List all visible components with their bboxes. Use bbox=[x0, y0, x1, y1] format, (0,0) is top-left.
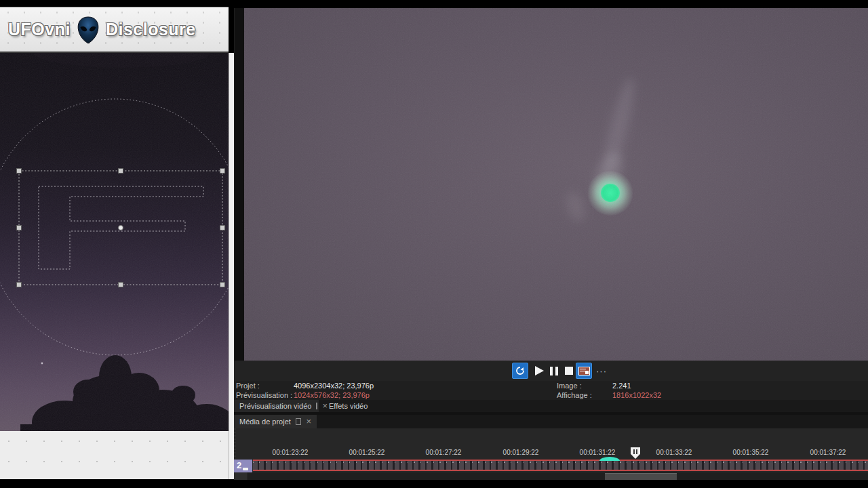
branding-word-ufovni: UFOvni bbox=[8, 20, 71, 39]
media-tab-bar: Média de projet × bbox=[234, 415, 868, 428]
handle-bottom-center[interactable] bbox=[119, 283, 123, 287]
pause-marker-flag[interactable] bbox=[631, 447, 640, 459]
track-number: 2 bbox=[237, 460, 241, 470]
frame-label: Image : bbox=[557, 382, 582, 390]
scrollbar-corner-box bbox=[234, 472, 248, 480]
more-options-button[interactable]: ··· bbox=[596, 366, 607, 376]
timeline-left-guide bbox=[235, 428, 235, 460]
scrollbar-thumb[interactable] bbox=[605, 473, 677, 480]
frame-value: 2.241 bbox=[612, 382, 631, 390]
timeline-horizontal-scrollbar[interactable] bbox=[234, 472, 868, 480]
timeline-region[interactable]: 00:01:23:22 00:01:25:22 00:01:27:22 00:0… bbox=[234, 428, 868, 472]
handle-top-right[interactable] bbox=[220, 169, 225, 174]
tab-previsualisation-video[interactable]: Prévisualisation vidéo × bbox=[234, 400, 319, 412]
copy-frame-button[interactable] bbox=[576, 363, 592, 379]
float-window-icon[interactable] bbox=[316, 403, 317, 409]
handle-top-center[interactable] bbox=[119, 169, 123, 174]
preview-info-panel: Projet : 4096x2304x32; 23,976p Prévisual… bbox=[234, 381, 868, 400]
pan-crop-overlay bbox=[0, 53, 229, 431]
star-dot bbox=[41, 363, 43, 365]
ufo-orb bbox=[601, 184, 620, 202]
copy-frame-icon bbox=[578, 367, 590, 375]
preview-label: Prévisualisation : bbox=[236, 391, 292, 399]
ruler-tick-dots bbox=[253, 462, 868, 463]
cyan-playhead[interactable] bbox=[599, 457, 620, 461]
tab-label: Prévisualisation vidéo bbox=[239, 402, 311, 410]
branding-header: UFOvni Disclosure bbox=[0, 7, 229, 53]
branding-word-disclosure: Disclosure bbox=[106, 20, 196, 39]
marker-pause-icon bbox=[633, 449, 635, 454]
float-window-icon[interactable] bbox=[296, 418, 302, 425]
loop-icon bbox=[515, 366, 526, 375]
timeline-ruler-filmstrip[interactable] bbox=[253, 460, 868, 471]
timecode: 00:01:29:22 bbox=[503, 449, 539, 456]
track-number-badge[interactable]: 2 bbox=[234, 460, 252, 472]
display-value: 1816x1022x32 bbox=[612, 391, 661, 399]
tab-label: Média de projet bbox=[239, 418, 291, 426]
timecode: 00:01:37:22 bbox=[810, 449, 846, 456]
smoke-trail-3 bbox=[563, 189, 589, 224]
timecode: 00:01:31:22 bbox=[580, 449, 616, 456]
timecode: 00:01:25:22 bbox=[349, 449, 385, 456]
tree-silhouette bbox=[20, 53, 229, 431]
handle-bottom-right[interactable] bbox=[220, 283, 225, 287]
tab-effets-video[interactable]: Effets vidéo bbox=[322, 400, 374, 412]
stop-button[interactable] bbox=[561, 363, 577, 379]
panel-divider bbox=[234, 8, 245, 361]
tab-media-de-projet[interactable]: Média de projet × bbox=[234, 415, 317, 428]
timecode: 00:01:33:22 bbox=[656, 449, 692, 456]
handle-top-left[interactable] bbox=[17, 169, 22, 174]
timecode: 00:01:35:22 bbox=[733, 449, 769, 456]
timecode: 00:01:23:22 bbox=[273, 449, 309, 456]
preview-tab-bar: Prévisualisation vidéo × Effets vidéo bbox=[234, 400, 868, 412]
play-icon bbox=[535, 366, 544, 375]
loop-playback-button[interactable] bbox=[512, 363, 528, 379]
pause-icon bbox=[550, 367, 558, 375]
track-badge-icon bbox=[243, 468, 248, 470]
alien-head-icon bbox=[77, 16, 100, 44]
handle-mid-right[interactable] bbox=[220, 226, 225, 230]
tab-label: Effets vidéo bbox=[329, 402, 368, 410]
project-value: 4096x2304x32; 23,976p bbox=[294, 382, 374, 390]
pan-crop-canvas[interactable] bbox=[0, 53, 229, 431]
left-panel-footer bbox=[0, 431, 229, 479]
pause-button[interactable] bbox=[546, 363, 562, 379]
timecode: 00:01:27:22 bbox=[426, 449, 462, 456]
close-icon[interactable]: × bbox=[306, 418, 311, 425]
handle-mid-left[interactable] bbox=[17, 226, 22, 230]
rotation-circle-guide[interactable] bbox=[0, 99, 229, 355]
handle-bottom-left[interactable] bbox=[17, 283, 22, 287]
play-button[interactable] bbox=[531, 363, 547, 379]
transport-bar: ··· bbox=[234, 361, 868, 381]
display-label: Affichage : bbox=[557, 391, 592, 399]
selection-center-point[interactable] bbox=[119, 226, 123, 230]
stop-icon bbox=[565, 367, 573, 375]
video-preview-canvas[interactable] bbox=[244, 8, 868, 361]
preview-value: 1024x576x32; 23,976p bbox=[294, 391, 370, 399]
project-label: Projet : bbox=[236, 382, 260, 390]
vegas-editor-window: UFOvni Disclosure bbox=[0, 0, 868, 488]
